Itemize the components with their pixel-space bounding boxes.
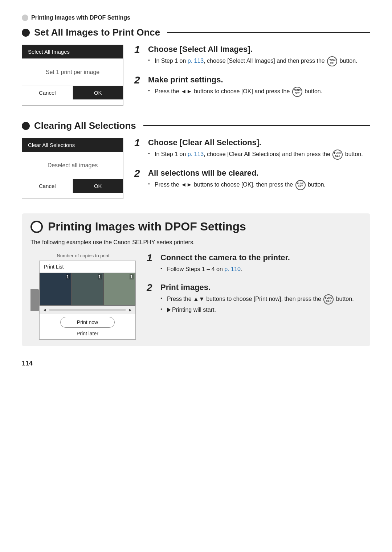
arrow-lr-1: ◄►	[181, 88, 192, 94]
s2-step1-num: 1	[134, 138, 144, 148]
section3-step1: 1 Connect the camera to the printer. Fol…	[147, 253, 362, 275]
triangle-icon	[167, 307, 171, 312]
s2-step2-bullet1: Press the ◄► buttons to choose [OK], the…	[148, 180, 370, 190]
link-p113-1[interactable]: p. 113	[188, 58, 204, 64]
screen1-row1: Select All Images	[22, 45, 123, 59]
s2-step1-bullets: In Step 1 on p. 113, choose [Clear All S…	[148, 150, 370, 160]
link-p110[interactable]: p. 110	[224, 266, 240, 272]
section2-body: Clear All Selections Deselect all images…	[22, 138, 370, 199]
breadcrumb-icon	[22, 15, 28, 21]
s3-step1-bullets: Follow Steps 1 – 4 on p. 110.	[160, 265, 362, 274]
section3-instructions: 1 Connect the camera to the printer. Fol…	[147, 253, 362, 340]
screen2-buttons: Cancel OK	[22, 179, 123, 193]
s2-step2-title: All selections will be cleared.	[148, 168, 370, 178]
scroll-bar	[49, 309, 126, 311]
scroll-left-icon: ◄	[42, 307, 47, 312]
print-now-button[interactable]: Print now	[60, 317, 115, 328]
section2-bullet	[22, 122, 30, 130]
sidebar-tab	[30, 289, 39, 311]
s3-step1-content: Connect the camera to the printer. Follo…	[160, 253, 362, 275]
section1-line	[167, 32, 370, 33]
copies-label: Number of copies to print	[30, 253, 136, 258]
step2-num: 2	[134, 75, 144, 85]
print-list-title: Print List	[40, 261, 135, 273]
section3-body: Number of copies to print Print List 1 1	[30, 253, 362, 340]
section1-screen: Select All Images Set 1 print per image …	[22, 45, 123, 106]
s2-step2-num: 2	[134, 168, 144, 179]
s3-step1-title: Connect the camera to the printer.	[160, 253, 362, 262]
s3-step2-bullet2: Printing will start.	[160, 305, 362, 315]
section3-title: Printing Images with DPOF Settings	[48, 220, 246, 233]
print-screen-wrapper: Number of copies to print Print List 1 1	[30, 253, 136, 340]
s2-step2-bullets: Press the ◄► buttons to choose [OK], the…	[148, 180, 370, 190]
print-scroll: ◄ ►	[40, 306, 135, 314]
page: Printing Images with DPOF Settings Set A…	[0, 0, 392, 378]
section1-bullet	[22, 29, 30, 37]
link-p113-2[interactable]: p. 113	[188, 151, 204, 157]
section3-header: Printing Images with DPOF Settings	[30, 220, 362, 233]
arrow-ud-1: ▲▼	[193, 296, 205, 302]
s2-step1-title: Choose [Clear All Selections].	[148, 138, 370, 147]
func-btn-5: FUNCSET	[323, 294, 334, 304]
thumb-2: 1	[72, 273, 103, 306]
thumb-3-num: 1	[130, 274, 134, 279]
s2-step2-content: All selections will be cleared. Press th…	[148, 168, 370, 191]
thumb-1: 1	[40, 273, 72, 306]
step2-title: Make print settings.	[148, 75, 370, 85]
section1-instructions: 1 Choose [Select All Images]. In Step 1 …	[134, 45, 370, 106]
step2-bullet1: Press the ◄► buttons to choose [OK] and …	[148, 87, 370, 97]
s3-step1-bullet1: Follow Steps 1 – 4 on p. 110.	[160, 265, 362, 274]
section2-screen: Clear All Selections Deselect all images…	[22, 138, 123, 199]
section1-step1: 1 Choose [Select All Images]. In Step 1 …	[134, 45, 370, 67]
step1-title: Choose [Select All Images].	[148, 45, 370, 54]
s3-step2-bullet1: Press the ▲▼ buttons to choose [Print no…	[160, 294, 362, 304]
page-number: 114	[22, 360, 33, 367]
section2-header: Clearing All Selections	[22, 120, 370, 131]
print-screen-container: Print List 1 1 1	[30, 261, 136, 340]
print-screen: Print List 1 1 1	[39, 261, 136, 340]
thumb-3: 1	[103, 273, 135, 306]
print-later-text[interactable]: Print later	[40, 331, 135, 339]
arrow-lr-2: ◄►	[181, 181, 192, 188]
breadcrumb: Printing Images with DPOF Settings	[22, 15, 370, 21]
screen1-center: Set 1 print per image	[22, 59, 123, 86]
screen1-buttons: Cancel OK	[22, 86, 123, 99]
step1-bullet1: In Step 1 on p. 113, choose [Select All …	[148, 56, 370, 66]
screen1-cancel: Cancel	[22, 86, 73, 99]
s3-step2-bullets: Press the ▲▼ buttons to choose [Print no…	[160, 294, 362, 315]
scroll-right-icon: ►	[128, 307, 132, 312]
s3-step1-num: 1	[147, 253, 157, 263]
step1-num: 1	[134, 45, 144, 55]
section1-title: Set All Images to Print Once	[34, 27, 160, 38]
section3-container: Printing Images with DPOF Settings The f…	[22, 213, 370, 346]
section2-instructions: 1 Choose [Clear All Selections]. In Step…	[134, 138, 370, 199]
screen2-cancel: Cancel	[22, 179, 73, 193]
s3-step2-content: Print images. Press the ▲▼ buttons to ch…	[160, 283, 362, 315]
s3-step2-num: 2	[147, 283, 157, 293]
func-btn-1: FUNCSET	[327, 56, 337, 66]
thumb-1-num: 1	[66, 274, 70, 279]
section1-body: Select All Images Set 1 print per image …	[22, 45, 370, 106]
screen2-ok: OK	[73, 179, 123, 193]
section3-bullet	[30, 221, 43, 233]
section3-step2: 2 Print images. Press the ▲▼ buttons to …	[147, 283, 362, 315]
thumb-2-num: 1	[98, 274, 102, 279]
s3-step2-title: Print images.	[160, 283, 362, 292]
step2-bullets: Press the ◄► buttons to choose [OK] and …	[148, 87, 370, 97]
print-thumbnails: 1 1 1	[40, 273, 135, 306]
screen1-ok: OK	[73, 86, 123, 99]
step2-content: Make print settings. Press the ◄► button…	[148, 75, 370, 98]
section2-line	[143, 125, 370, 126]
s2-step1-bullet1: In Step 1 on p. 113, choose [Clear All S…	[148, 150, 370, 160]
func-btn-2: FUNCSET	[292, 87, 302, 97]
func-btn-3: FUNCSET	[332, 150, 343, 160]
section2-title: Clearing All Selections	[34, 120, 136, 131]
func-btn-4: FUNCSET	[295, 180, 306, 190]
section2-step1: 1 Choose [Clear All Selections]. In Step…	[134, 138, 370, 160]
s2-step1-content: Choose [Clear All Selections]. In Step 1…	[148, 138, 370, 160]
step1-content: Choose [Select All Images]. In Step 1 on…	[148, 45, 370, 67]
section3-intro: The following examples use the Canon SEL…	[30, 239, 362, 246]
section1-step2: 2 Make print settings. Press the ◄► butt…	[134, 75, 370, 98]
breadcrumb-text: Printing Images with DPOF Settings	[31, 15, 130, 21]
screen2-row1: Clear All Selections	[22, 138, 123, 152]
